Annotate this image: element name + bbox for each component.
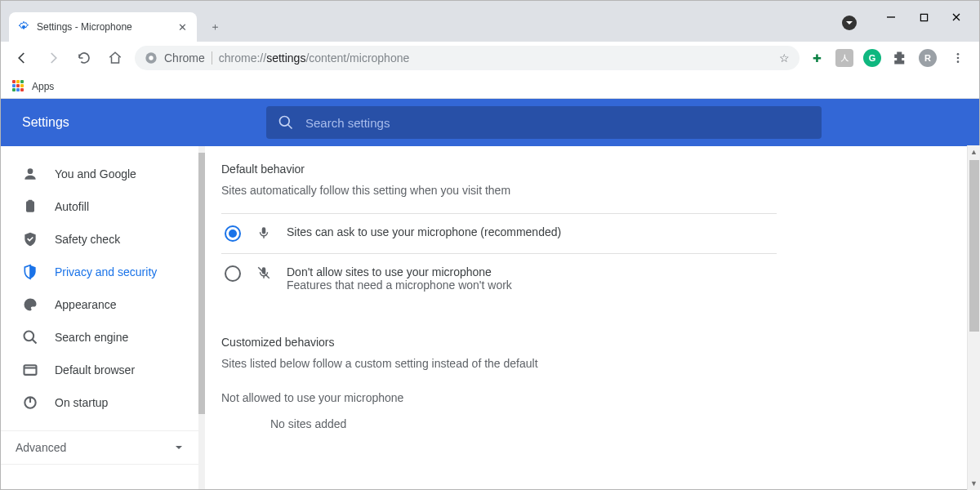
back-button[interactable] xyxy=(11,47,33,69)
kebab-menu-icon[interactable] xyxy=(947,47,969,69)
svg-rect-17 xyxy=(24,365,37,375)
home-button[interactable] xyxy=(104,47,127,69)
not-allowed-title: Not allowed to use your microphone xyxy=(221,391,777,404)
option1-label: Sites can ask to use your microphone (re… xyxy=(287,225,561,238)
sidebar-item-appearance[interactable]: Appearance xyxy=(1,288,205,321)
sidebar-item-search-engine[interactable]: Search engine xyxy=(1,321,205,354)
toolbar: Chrome chrome://settings/content/microph… xyxy=(1,42,979,74)
customized-behaviors-title: Customized behaviors xyxy=(221,336,777,349)
address-url: chrome://settings/content/microphone xyxy=(219,51,409,65)
search-tabs-button[interactable] xyxy=(842,16,857,30)
window-controls xyxy=(868,1,979,33)
scroll-up-icon[interactable]: ▲ xyxy=(968,145,980,158)
maximize-button[interactable] xyxy=(915,9,932,25)
browser-tab[interactable]: Settings - Microphone ✕ xyxy=(9,12,197,42)
address-label: Chrome xyxy=(164,51,212,65)
svg-point-15 xyxy=(24,332,34,341)
forward-button[interactable] xyxy=(42,47,65,69)
svg-line-11 xyxy=(288,125,292,129)
search-settings-input[interactable] xyxy=(305,116,810,130)
close-window-button[interactable] xyxy=(948,9,964,25)
sidebar-item-privacy-security[interactable]: Privacy and security xyxy=(1,256,205,288)
svg-point-8 xyxy=(957,57,960,60)
sidebar-label: Default browser xyxy=(55,363,135,376)
page-scrollbar[interactable]: ▲ ▼ xyxy=(967,145,980,490)
radio-unchecked-icon[interactable] xyxy=(225,265,241,282)
bookmarks-bar: Apps xyxy=(1,74,979,99)
default-behavior-subtitle: Sites automatically follow this setting … xyxy=(221,184,777,197)
option-sites-can-ask[interactable]: Sites can ask to use your microphone (re… xyxy=(221,213,777,253)
search-icon xyxy=(22,329,38,345)
sidebar-label: Autofill xyxy=(55,200,89,213)
sidebar-label: Appearance xyxy=(55,298,117,311)
address-bar[interactable]: Chrome chrome://settings/content/microph… xyxy=(135,46,800,70)
sidebar-item-safety-check[interactable]: Safety check xyxy=(1,223,205,256)
svg-rect-2 xyxy=(920,14,927,20)
extension-grammarly-icon[interactable]: G xyxy=(863,49,881,67)
microphone-icon xyxy=(256,225,272,240)
bookmark-star-icon[interactable]: ☆ xyxy=(779,51,790,65)
sidebar-label: Privacy and security xyxy=(55,265,157,278)
bookmark-apps[interactable]: Apps xyxy=(32,81,54,92)
svg-rect-13 xyxy=(26,201,34,212)
option2-label: Don't allow sites to use your microphone xyxy=(287,265,492,278)
sidebar-advanced-toggle[interactable]: Advanced xyxy=(1,430,205,465)
svg-point-9 xyxy=(957,60,960,63)
chrome-icon xyxy=(145,51,158,65)
extension-adobe-icon[interactable]: 人 xyxy=(835,49,853,67)
svg-point-12 xyxy=(28,168,33,174)
apps-grid-icon[interactable] xyxy=(12,80,25,93)
sidebar-label: Safety check xyxy=(55,233,120,246)
scroll-down-icon[interactable]: ▼ xyxy=(968,477,980,490)
svg-point-6 xyxy=(149,56,153,60)
clipboard-icon xyxy=(22,198,38,215)
radio-checked-icon[interactable] xyxy=(225,225,241,242)
no-sites-added: No sites added xyxy=(221,417,777,430)
advanced-label: Advanced xyxy=(16,441,66,454)
sidebar-item-you-and-google[interactable]: You and Google xyxy=(1,158,205,190)
chevron-down-icon xyxy=(174,443,184,452)
sidebar-scrollbar[interactable] xyxy=(198,146,205,490)
gear-icon xyxy=(17,20,30,33)
new-tab-button[interactable]: ＋ xyxy=(203,16,226,38)
default-behavior-title: Default behavior xyxy=(221,163,777,176)
profile-avatar[interactable]: R xyxy=(919,49,937,67)
tab-title: Settings - Microphone xyxy=(37,21,169,33)
extensions-menu-icon[interactable] xyxy=(891,49,909,67)
option2-text: Don't allow sites to use your microphone… xyxy=(287,265,512,292)
palette-icon xyxy=(22,296,38,313)
caret-down-icon xyxy=(845,19,853,27)
extensions-area: ✚ 人 G R xyxy=(808,47,969,69)
svg-point-10 xyxy=(280,117,290,127)
sidebar-label: You and Google xyxy=(55,167,136,180)
extension-1-icon[interactable]: ✚ xyxy=(808,49,826,67)
sidebar-item-on-startup[interactable]: On startup xyxy=(1,386,205,419)
settings-title: Settings xyxy=(1,115,266,130)
titlebar: Settings - Microphone ✕ ＋ xyxy=(1,1,979,42)
svg-point-7 xyxy=(957,53,960,56)
shield-icon xyxy=(22,264,38,280)
minimize-button[interactable] xyxy=(883,9,899,25)
svg-line-16 xyxy=(33,340,37,344)
customized-behaviors-subtitle: Sites listed below follow a custom setti… xyxy=(221,357,777,370)
person-icon xyxy=(22,166,38,182)
power-icon xyxy=(22,394,38,411)
search-icon xyxy=(278,114,294,131)
option2-sublabel: Features that need a microphone won't wo… xyxy=(287,278,512,292)
settings-main: Default behavior Sites automatically fol… xyxy=(205,146,979,490)
svg-rect-21 xyxy=(262,227,266,234)
reload-button[interactable] xyxy=(73,47,96,69)
settings-header: Settings xyxy=(1,99,979,146)
search-settings-box[interactable] xyxy=(266,106,822,139)
microphone-off-icon xyxy=(256,265,272,280)
svg-rect-14 xyxy=(29,200,33,203)
browser-window-icon xyxy=(22,362,38,378)
sidebar-label: On startup xyxy=(55,396,108,409)
tab-close-icon[interactable]: ✕ xyxy=(176,20,189,33)
sidebar-item-autofill[interactable]: Autofill xyxy=(1,190,205,223)
shield-check-icon xyxy=(22,231,38,247)
sidebar-label: Search engine xyxy=(55,331,128,344)
settings-sidebar: You and Google Autofill Safety check Pri… xyxy=(1,146,205,490)
sidebar-item-default-browser[interactable]: Default browser xyxy=(1,354,205,386)
option-dont-allow[interactable]: Don't allow sites to use your microphone… xyxy=(221,253,777,303)
